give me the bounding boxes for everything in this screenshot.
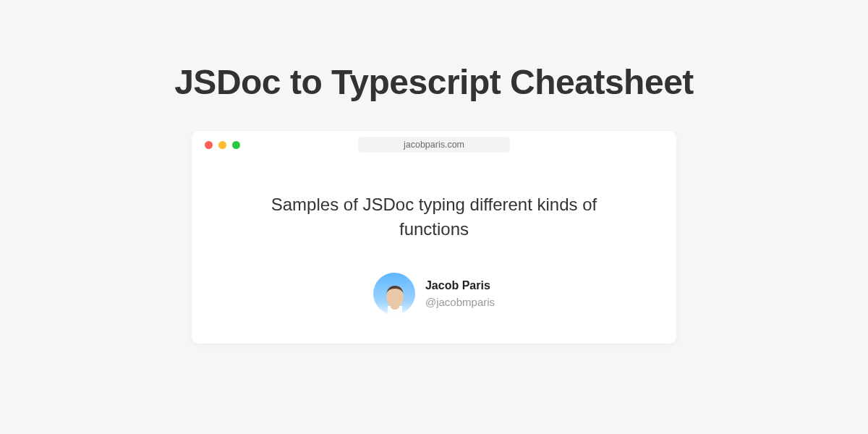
url-bar: jacobparis.com <box>358 137 510 153</box>
close-icon <box>205 141 213 149</box>
browser-window: jacobparis.com Samples of JSDoc typing d… <box>192 131 676 344</box>
minimize-icon <box>218 141 226 149</box>
svg-point-3 <box>391 304 399 310</box>
author-handle: @jacobmparis <box>425 295 495 310</box>
author-block: Jacob Paris @jacobmparis <box>235 273 633 315</box>
author-name: Jacob Paris <box>425 278 495 294</box>
subtitle: Samples of JSDoc typing different kinds … <box>235 192 633 243</box>
card-body: Samples of JSDoc typing different kinds … <box>192 156 676 315</box>
author-text: Jacob Paris @jacobmparis <box>425 278 495 310</box>
browser-chrome: jacobparis.com <box>192 131 676 156</box>
page-title: JSDoc to Typescript Cheatsheet <box>174 61 694 103</box>
avatar <box>373 273 415 315</box>
maximize-icon <box>232 141 240 149</box>
traffic-lights <box>205 141 240 149</box>
